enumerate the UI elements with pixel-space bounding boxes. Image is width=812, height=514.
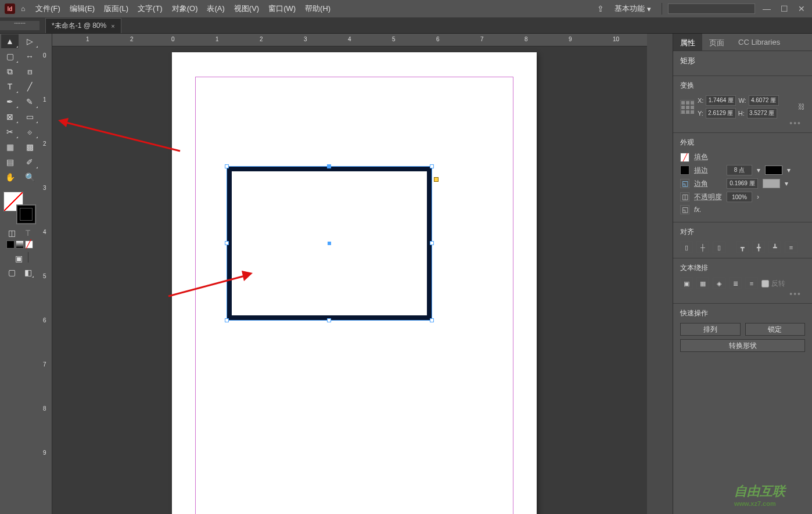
window-minimize[interactable]: — [761,4,773,13]
menu-file[interactable]: 文件(F) [35,3,60,14]
fill-label[interactable]: 填色 [694,152,722,162]
note-tool[interactable]: ▤ [1,155,19,169]
effects-icon[interactable]: ◱ [680,205,689,214]
content-placer-tool[interactable]: ⧈ [21,64,38,78]
vertical-ruler[interactable]: 0 1 2 3 4 5 6 7 8 9 [39,34,52,514]
rectangle-tool[interactable]: ▭ [21,110,38,124]
x-input[interactable] [706,95,736,106]
chevron-down-icon[interactable]: ▾ [787,166,791,174]
apply-none-button[interactable]: ╱ [25,240,33,249]
align-hcenter-button[interactable]: ┼ [696,242,709,253]
menu-help[interactable]: 帮助(H) [305,3,330,14]
h-input[interactable] [747,108,777,118]
convert-shape-button[interactable]: 转换形状 [680,339,805,352]
fill-color-swatch[interactable]: ╱ [680,153,689,162]
opacity-input[interactable] [727,192,752,202]
align-top-button[interactable]: ┳ [736,242,749,253]
apply-gradient-button[interactable] [16,240,24,249]
gap-tool[interactable]: ↔ [21,49,38,63]
formatting-text-button[interactable]: T [21,227,34,239]
tab-properties[interactable]: 属性 [673,34,702,51]
align-left-button[interactable]: ▯ [680,242,693,253]
content-collector-tool[interactable]: ⧉ [1,64,19,78]
lock-button[interactable]: 锁定 [745,323,806,336]
arrange-button[interactable]: 排列 [680,323,741,336]
rectangle-shape[interactable] [227,167,432,320]
selection-tool[interactable]: ▲ [1,34,19,48]
close-icon[interactable]: × [111,23,114,30]
menu-view[interactable]: 视图(V) [234,3,259,14]
distribute-button[interactable]: ≡ [785,242,797,253]
view-mode-normal[interactable]: ▣ [13,253,26,264]
align-vcenter-button[interactable]: ╋ [752,242,765,253]
window-maximize[interactable]: ☐ [778,4,790,13]
tab-cc-libraries[interactable]: CC Libraries [731,34,787,51]
menu-type[interactable]: 文字(T) [138,3,163,14]
chevron-down-icon[interactable]: ▾ [757,166,760,174]
page-tool[interactable]: ▢ [1,49,19,63]
hand-tool[interactable]: ✋ [1,170,19,184]
top-menu-bar: Id ⌂ 文件(F) 编辑(E) 版面(L) 文字(T) 对象(O) 表(A) … [0,0,812,17]
vertical-scrollbar[interactable] [647,34,656,514]
menu-layout[interactable]: 版面(L) [104,3,128,14]
fill-stroke-swatch[interactable] [3,192,36,224]
direct-selection-tool[interactable]: ▷ [21,34,38,48]
opacity-label[interactable]: 不透明度 [694,192,722,202]
corner-shape-swatch[interactable] [763,179,780,188]
stroke-swatch[interactable] [16,204,36,224]
menu-edit[interactable]: 编辑(E) [70,3,95,14]
type-tool[interactable]: T [1,80,19,94]
chevron-down-icon[interactable]: ▾ [785,179,788,188]
stroke-style-swatch[interactable] [765,166,782,175]
reference-point-picker[interactable] [680,100,694,114]
screen-mode-preview-button[interactable]: ◧ [21,267,34,278]
fx-icon[interactable]: fx. [694,206,702,214]
wrap-jump-next-button[interactable]: ≡ [745,278,758,289]
gradient-swatch-tool[interactable]: ▦ [1,140,19,154]
home-icon[interactable]: ⌂ [21,5,25,13]
horizontal-ruler[interactable]: 0 1 2 1 2 3 4 5 6 7 8 9 10 [52,34,647,46]
gradient-feather-tool[interactable]: ▩ [21,140,38,154]
w-input[interactable] [749,95,779,106]
wrap-bounding-button[interactable]: ▦ [696,278,709,289]
window-close[interactable]: ✕ [796,4,807,13]
menu-table[interactable]: 表(A) [207,3,224,14]
formatting-container-button[interactable]: ◫ [5,227,18,239]
rectangle-frame-tool[interactable]: ⊠ [1,110,19,124]
wrap-jump-button[interactable]: ≣ [729,278,742,289]
screen-mode-button[interactable]: ▢ [5,267,18,278]
apply-color-button[interactable] [6,240,15,249]
color-theme-tool[interactable]: ✐ [21,155,38,169]
line-tool[interactable]: ╱ [21,80,38,94]
wrap-shape-button[interactable]: ◈ [713,278,725,289]
document-tab[interactable]: *未命名-1 @ 80% × [45,18,121,33]
align-right-button[interactable]: ▯ [713,242,725,253]
document-viewport[interactable] [52,46,647,514]
app-icon: Id [5,3,15,14]
stroke-weight-input[interactable] [727,165,752,175]
corner-label[interactable]: 边角 [694,179,722,189]
section-more-icon[interactable]: ••• [680,289,805,299]
free-transform-tool[interactable]: ⟐ [21,125,38,139]
link-wh-icon[interactable]: ⛓ [798,103,805,111]
align-bottom-button[interactable]: ┻ [768,242,781,253]
wrap-none-button[interactable]: ▣ [680,278,693,289]
search-input[interactable] [668,3,755,14]
y-input[interactable] [706,108,736,118]
pencil-tool[interactable]: ✎ [21,95,38,109]
pen-tool[interactable]: ✒ [1,95,19,109]
share-icon[interactable]: ⇪ [597,4,604,13]
menu-object[interactable]: 对象(O) [172,3,198,14]
workspace-switcher[interactable]: 基本功能 ▾ [610,2,656,16]
stroke-color-swatch[interactable] [680,166,689,175]
zoom-tool[interactable]: 🔍 [21,170,38,184]
scissors-tool[interactable]: ✂ [1,125,19,139]
panel-collapse-strip[interactable] [656,34,673,514]
menu-window[interactable]: 窗口(W) [268,3,296,14]
tab-pages[interactable]: 页面 [702,34,731,51]
corner-radius-input[interactable] [727,178,758,189]
chevron-right-icon[interactable]: › [757,193,759,201]
appearance-section: 外观 ╱ 填色 描边 ▾ ▾ ◱ 边角 ▾ ◫ 不透明度 [673,133,812,222]
stroke-label[interactable]: 描边 [694,166,722,175]
section-more-icon[interactable]: ••• [680,118,805,128]
